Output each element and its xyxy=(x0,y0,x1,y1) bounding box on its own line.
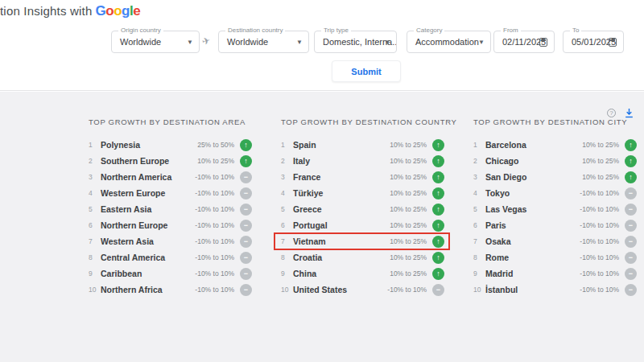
rank: 6 xyxy=(89,221,101,229)
chevron-down-icon: ▼ xyxy=(478,31,485,53)
trend-flat-icon: − xyxy=(240,268,252,280)
rank: 7 xyxy=(281,237,293,245)
growth-range: -10% to 10% xyxy=(580,221,619,229)
growth-range: -10% to 10% xyxy=(195,237,234,245)
growth-range: -10% to 10% xyxy=(580,237,619,245)
growth-range: -10% to 10% xyxy=(387,286,427,294)
destination-country-value: Worldwide xyxy=(219,31,308,52)
rank: 8 xyxy=(89,253,101,261)
growth-range: 10% to 25% xyxy=(390,157,427,165)
destination-name: Paris xyxy=(485,220,580,230)
rank: 2 xyxy=(281,157,293,165)
submit-button[interactable]: Submit xyxy=(332,60,401,82)
destination-name: Western Asia xyxy=(101,237,195,246)
rank: 1 xyxy=(281,141,293,149)
rank: 10 xyxy=(89,286,101,294)
help-icon[interactable]: ? xyxy=(607,109,616,117)
trend-flat-icon: − xyxy=(625,236,637,248)
destination-name: Türkiye xyxy=(293,188,390,198)
rank: 9 xyxy=(281,269,293,278)
google-logo-letter: o xyxy=(105,3,114,19)
growth-range: -10% to 10% xyxy=(580,189,619,197)
growth-range: 10% to 25% xyxy=(390,141,427,149)
from-date-label: From xyxy=(501,27,521,34)
destination-country-label: Destination country xyxy=(225,27,285,34)
list-item: 2Southern Europe10% to 25%↑ xyxy=(89,153,252,169)
rank: 6 xyxy=(473,221,485,229)
origin-country-value: Worldwide xyxy=(112,31,199,52)
growth-range: 25% to 50% xyxy=(197,141,234,149)
list-item: 3France10% to 25%↑ xyxy=(281,169,444,185)
trend-up-icon: ↑ xyxy=(432,252,444,264)
google-logo-letter: o xyxy=(114,3,122,19)
growth-list: 1Barcelona10% to 25%↑2Chicago10% to 25%↑… xyxy=(473,137,637,298)
growth-range: 10% to 25% xyxy=(390,173,427,181)
destination-name: Northern Africa xyxy=(101,285,195,294)
list-item: 8Croatia10% to 25%↑ xyxy=(281,249,444,265)
to-date-field[interactable]: To 05/01/2025 xyxy=(563,31,624,53)
column-title: TOP GROWTH BY DESTINATION CITY xyxy=(473,117,637,126)
google-logo-letter: g xyxy=(122,3,130,19)
list-item: 5Greece10% to 25%↑ xyxy=(281,201,444,217)
trend-up-icon: ↑ xyxy=(432,220,444,232)
trend-up-icon: ↑ xyxy=(625,171,637,183)
rank: 5 xyxy=(473,205,485,213)
destination-name: Croatia xyxy=(293,253,390,262)
growth-column: TOP GROWTH BY DESTINATION CITY 1Barcelon… xyxy=(473,117,637,298)
list-item: 6Paris-10% to 10%− xyxy=(473,217,637,233)
trend-up-icon: ↑ xyxy=(432,187,444,200)
google-logo-letter: e xyxy=(133,3,140,19)
category-select[interactable]: Category Accommodation ▼ xyxy=(407,31,491,53)
destination-name: Spain xyxy=(293,140,390,150)
trend-up-icon: ↑ xyxy=(625,139,637,151)
rank: 6 xyxy=(281,221,293,229)
page-title: tion Insights withGoogle xyxy=(0,3,140,19)
destination-name: Chicago xyxy=(485,156,582,166)
destination-name: Tokyo xyxy=(485,188,580,198)
rank: 10 xyxy=(473,286,485,294)
destination-name: San Diego xyxy=(485,172,582,182)
list-item: 9Madrid-10% to 10%− xyxy=(473,265,637,282)
destination-name: Southern Europe xyxy=(101,156,197,166)
trend-up-icon: ↑ xyxy=(240,155,252,167)
calendar-icon xyxy=(609,38,617,47)
trend-up-icon: ↑ xyxy=(432,171,444,183)
destination-name: Madrid xyxy=(485,269,580,278)
list-item: 8Rome-10% to 10%− xyxy=(473,249,637,265)
trip-type-select[interactable]: Trip type Domestic, Interna... ▼ xyxy=(314,31,397,53)
list-item: 2Chicago10% to 25%↑ xyxy=(473,153,637,169)
destination-country-select[interactable]: Destination country Worldwide ▼ xyxy=(218,31,309,53)
list-item: 1Polynesia25% to 50%↑ xyxy=(89,137,252,153)
destination-name: Greece xyxy=(293,204,390,214)
growth-range: -10% to 10% xyxy=(580,253,619,261)
page-title-text: tion Insights with xyxy=(0,4,93,18)
rank: 9 xyxy=(89,269,101,278)
from-date-field[interactable]: From 02/11/2025 xyxy=(493,31,555,53)
trend-flat-icon: − xyxy=(432,284,444,296)
results-panel: ? TOP GROWTH BY DESTINATION AREA 1Polyne… xyxy=(0,92,644,362)
destination-name: İstanbul xyxy=(485,285,580,294)
trend-flat-icon: − xyxy=(625,220,637,232)
destination-name: France xyxy=(293,172,390,182)
trend-flat-icon: − xyxy=(625,252,637,264)
origin-country-select[interactable]: Origin country Worldwide ▼ xyxy=(111,31,200,53)
growth-list: 1Polynesia25% to 50%↑2Southern Europe10%… xyxy=(89,137,252,298)
growth-range: 10% to 25% xyxy=(390,205,427,213)
destination-name: China xyxy=(293,269,390,278)
list-item: 6Portugal10% to 25%↑ xyxy=(281,217,444,233)
rank: 2 xyxy=(89,157,101,165)
list-item: 3San Diego10% to 25%↑ xyxy=(473,169,637,185)
destination-name: Northern Europe xyxy=(101,220,195,230)
trend-up-icon: ↑ xyxy=(432,204,444,216)
destination-name: Portugal xyxy=(293,220,390,230)
rank: 5 xyxy=(281,205,293,213)
growth-columns: TOP GROWTH BY DESTINATION AREA 1Polynesi… xyxy=(89,117,637,298)
rank: 4 xyxy=(473,189,485,197)
rank: 1 xyxy=(473,141,485,149)
rank: 2 xyxy=(473,157,485,165)
growth-list: 1Spain10% to 25%↑2Italy10% to 25%↑3Franc… xyxy=(281,137,444,298)
growth-range: -10% to 10% xyxy=(195,221,234,229)
list-item: 1Spain10% to 25%↑ xyxy=(281,137,444,153)
rank: 7 xyxy=(89,237,101,245)
list-item: 1Barcelona10% to 25%↑ xyxy=(473,137,637,153)
